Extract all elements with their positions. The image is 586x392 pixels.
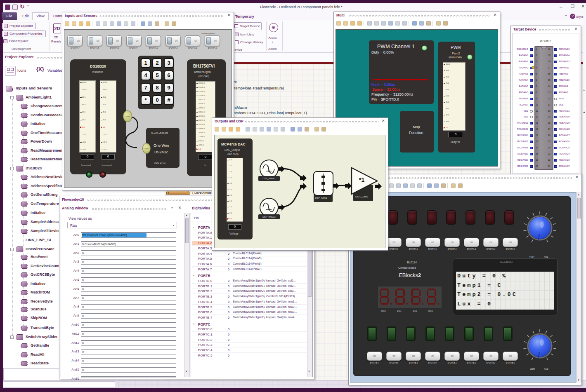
svg-text:*1: *1	[359, 176, 364, 183]
